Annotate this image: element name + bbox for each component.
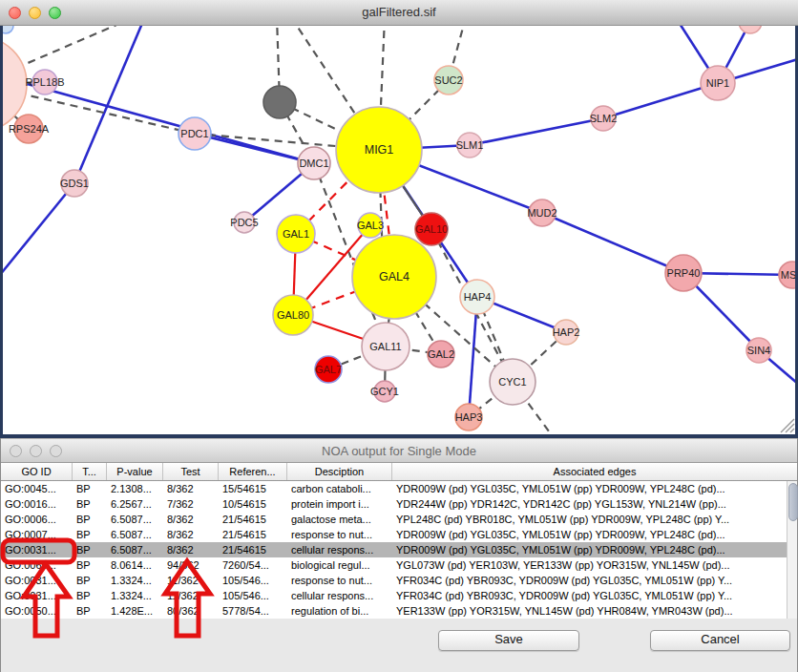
cell-p_value: 6.2567... (107, 496, 163, 512)
cell-type: BP (73, 496, 107, 512)
node-label: PDC5 (230, 217, 258, 228)
cell-description: protein import i... (287, 496, 392, 512)
cell-description: cellular respons... (287, 542, 392, 557)
cell-type: BP (73, 512, 107, 527)
node-label: RPL18B (26, 76, 65, 88)
node-label: MUD2 (527, 207, 556, 219)
node-label: SUC2 (434, 74, 462, 86)
save-button[interactable]: Save (438, 630, 579, 651)
cell-type: BP (73, 588, 107, 603)
node-label: GAL7 (315, 364, 342, 375)
table-row[interactable]: GO:0031...BP1.3324...11/362105/546...cel… (1, 588, 797, 603)
button-bar: Save Cancel (1, 619, 797, 672)
cell-go_id: GO:0045... (1, 481, 73, 496)
table-row[interactable]: GO:0007...BP6.5087...8/36221/54615respon… (1, 527, 797, 542)
results-table: GO IDT...P-valueTestReferen...Desciption… (1, 463, 797, 620)
network-edge (603, 83, 718, 118)
table-row[interactable]: GO:0031...BP1.3324...11/362105/546...res… (1, 573, 797, 588)
cell-edges: YGL073W (pd) YER103W, YER133W (pp) YOR31… (392, 557, 797, 573)
node-label: GAL80 (277, 309, 309, 321)
node-label: SIN4 (747, 345, 770, 356)
table-scrollbar[interactable] (787, 481, 797, 619)
network-window-titlebar[interactable]: galFiltered.sif (0, 0, 798, 26)
cell-p_value: 1.3324... (107, 573, 163, 588)
cell-type: BP (73, 481, 107, 496)
table-row[interactable]: GO:0065...BP8.0614...94/3627260/54...bio… (1, 557, 797, 573)
network-node-unlabeled[interactable] (3, 26, 13, 33)
cell-reference: 21/54615 (219, 542, 287, 557)
column-header-type[interactable]: T... (73, 463, 107, 480)
node-label: SLM1 (456, 139, 484, 151)
cell-description: regulation of bi... (287, 603, 392, 619)
cell-reference: 105/546... (219, 573, 287, 588)
table-row[interactable]: GO:0016...BP6.2567...7/36210/54615protei… (1, 496, 797, 512)
node-label: HAP2 (553, 326, 580, 338)
cell-p_value: 1.3324... (107, 588, 163, 603)
cell-reference: 21/54615 (219, 512, 287, 527)
column-header-reference[interactable]: Referen... (219, 463, 287, 480)
cell-type: BP (73, 557, 107, 573)
node-label: PRP40 (667, 267, 701, 279)
node-label: DMC1 (299, 158, 328, 169)
cell-go_id: GO:0031... (1, 573, 73, 588)
cell-reference: 10/54615 (219, 496, 287, 512)
cell-description: biological regul... (287, 557, 392, 573)
resize-grip[interactable] (790, 429, 794, 432)
node-label: SLM2 (590, 113, 618, 124)
cell-edges: YPL248C (pd) YBR018C, YML051W (pp) YDR00… (392, 512, 797, 527)
network-canvas[interactable]: RPL18BRPS24AGDS1PDC1MIG1SUC2SLM1DMC1SLM2… (3, 26, 795, 434)
table-row[interactable]: GO:0031...BP6.5087...8/36221/54615cellul… (1, 542, 797, 557)
cell-go_id: GO:0007... (1, 527, 73, 542)
node-label: MIG1 (365, 143, 394, 157)
cell-test: 8/362 (163, 512, 219, 527)
cell-edges: YDR009W (pd) YGL035C, YML051W (pp) YDR00… (392, 481, 797, 496)
cell-edges: YER133W (pp) YOR315W, YNL145W (pd) YHR08… (392, 603, 797, 619)
table-row[interactable]: GO:0045...BP2.1308...8/36215/54615carbon… (1, 481, 797, 496)
column-header-description[interactable]: Desciption (287, 463, 392, 480)
cell-test: 7/362 (163, 496, 219, 512)
cell-test: 11/362 (163, 588, 219, 603)
cell-reference: 7260/54... (219, 557, 287, 573)
cell-test: 80/362 (163, 603, 219, 619)
cancel-button[interactable]: Cancel (650, 630, 790, 651)
cell-type: BP (73, 527, 107, 542)
column-header-go_id[interactable]: GO ID (1, 463, 73, 480)
cell-description: response to nut... (287, 527, 392, 542)
cell-test: 8/362 (163, 542, 219, 557)
cell-reference: 5778/54... (219, 603, 287, 619)
cell-type: BP (73, 542, 107, 557)
cell-test: 11/362 (163, 573, 219, 588)
column-header-p_value[interactable]: P-value (107, 463, 163, 480)
table-row[interactable]: GO:0006...BP6.5087...8/36221/54615galact… (1, 512, 797, 527)
cell-type: BP (73, 573, 107, 588)
table-row[interactable]: GO:0050...BP1.428E...80/3625778/54...reg… (1, 603, 797, 619)
cell-p_value: 8.0614... (107, 557, 163, 573)
network-edge (470, 118, 603, 145)
column-header-edges[interactable]: Associated edges (392, 463, 797, 480)
cell-go_id: GO:0031... (1, 588, 73, 603)
cell-p_value: 6.5087... (107, 512, 163, 527)
cell-go_id: GO:0006... (1, 512, 73, 527)
network-edge (542, 213, 683, 273)
node-label: CYC1 (498, 376, 526, 388)
resize-grip[interactable] (786, 424, 794, 432)
network-canvas-frame: RPL18BRPS24AGDS1PDC1MIG1SUC2SLM1DMC1SLM2… (0, 26, 798, 438)
cell-go_id: GO:0050... (1, 603, 73, 619)
node-label: GAL3 (357, 220, 384, 231)
network-node-unlabeled[interactable] (263, 86, 296, 118)
scrollbar-thumb[interactable] (788, 483, 798, 521)
node-label: GCY1 (370, 386, 399, 397)
network-node-unlabeled[interactable] (739, 26, 762, 33)
node-label: GAL2 (428, 348, 454, 360)
node-label: MSN (781, 269, 795, 281)
window-title: galFiltered.sif (0, 5, 798, 19)
cell-go_id: GO:0016... (1, 496, 73, 512)
cell-reference: 21/54615 (219, 527, 287, 542)
noa-window-titlebar[interactable]: NOA output for Single Mode (1, 438, 797, 463)
cell-p_value: 2.1308... (107, 481, 163, 496)
cell-test: 94/362 (163, 557, 219, 573)
cell-description: carbon cataboli... (287, 481, 392, 496)
table-header-row: GO IDT...P-valueTestReferen...Desciption… (1, 463, 797, 481)
column-header-test[interactable]: Test (163, 463, 219, 480)
cell-reference: 15/54615 (219, 481, 287, 496)
